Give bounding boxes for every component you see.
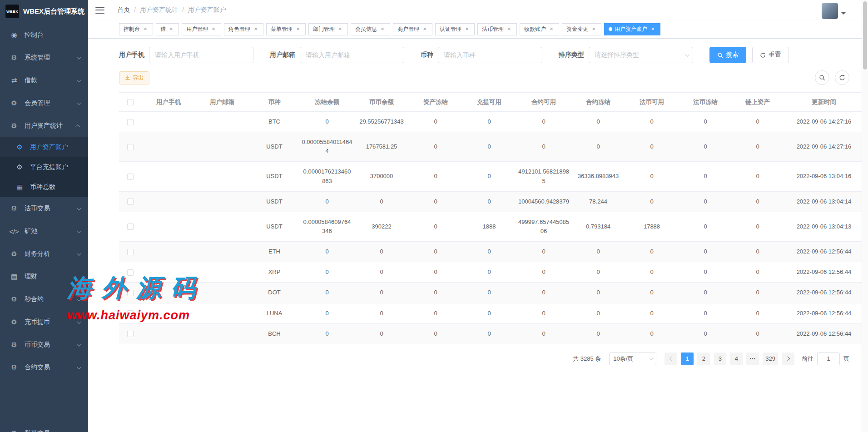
sidebar-item-coin-trade[interactable]: ⚙币币交易 bbox=[0, 333, 88, 356]
table-cell: 0 bbox=[571, 242, 625, 262]
table-cell: 0 bbox=[462, 162, 516, 191]
app-logo[interactable]: WBEX WBEX后台管理系统 bbox=[0, 0, 88, 23]
chevron-down-icon bbox=[685, 52, 689, 57]
tag-member-info[interactable]: 会员信息× bbox=[351, 23, 390, 35]
table-cell bbox=[142, 323, 195, 344]
table-cell: 0 bbox=[516, 112, 571, 132]
sidebar-item-deposit-withdraw[interactable]: ⚙充币提币 bbox=[0, 311, 88, 333]
row-checkbox[interactable] bbox=[127, 331, 134, 337]
page-size-select[interactable]: 10条/页 bbox=[609, 353, 656, 365]
page-button-1[interactable]: 1 bbox=[681, 353, 694, 365]
table-cell: 0.0000176213460863 bbox=[300, 162, 354, 191]
close-icon[interactable]: × bbox=[590, 26, 597, 32]
close-icon[interactable]: × bbox=[548, 26, 555, 32]
row-checkbox[interactable] bbox=[127, 174, 134, 180]
goto-page-input[interactable] bbox=[817, 353, 840, 365]
table-cell: 0 bbox=[679, 303, 732, 323]
phone-input[interactable] bbox=[149, 47, 253, 63]
page-button-4[interactable]: 4 bbox=[730, 353, 743, 365]
sort-select[interactable]: 请选择排序类型 bbox=[589, 47, 693, 63]
close-icon[interactable]: × bbox=[168, 26, 174, 32]
sidebar-item-wealth[interactable]: ▤理财 bbox=[0, 265, 88, 288]
sidebar-item-user-asset-stats[interactable]: ⚙用户资产统计 bbox=[0, 114, 88, 137]
prev-page-button[interactable] bbox=[665, 353, 677, 365]
tag-payee-account[interactable]: 收款账户× bbox=[520, 23, 559, 35]
sidebar-item-second-contract[interactable]: ⚙秒合约 bbox=[0, 288, 88, 311]
search-toggle-button[interactable] bbox=[815, 70, 829, 85]
select-all-cell bbox=[119, 93, 142, 112]
tag-auth-mgmt[interactable]: 认证管理× bbox=[435, 23, 475, 35]
table-cell: 0 bbox=[571, 323, 625, 344]
sidebar-item-mining-pool[interactable]: </>矿池 bbox=[0, 220, 88, 243]
page-scrollbar[interactable] bbox=[862, 0, 868, 432]
close-icon[interactable]: × bbox=[506, 26, 512, 32]
sidebar-item-user-asset-account[interactable]: ⚙用户资产账户 bbox=[0, 137, 88, 157]
sidebar-item-finance-analysis[interactable]: ⚙财务分析 bbox=[0, 243, 88, 265]
close-icon[interactable]: × bbox=[210, 26, 217, 32]
table-cell bbox=[195, 323, 249, 344]
table-cell bbox=[195, 283, 249, 303]
sidebar-item-coin-total[interactable]: ▦币种总数 bbox=[0, 177, 88, 197]
reset-button[interactable]: 重置 bbox=[752, 47, 789, 63]
chevron-down-icon bbox=[77, 228, 81, 233]
row-checkbox[interactable] bbox=[127, 269, 134, 276]
close-icon[interactable]: × bbox=[253, 26, 259, 32]
more-pages-button[interactable]: ••• bbox=[746, 353, 759, 365]
breadcrumb-item[interactable]: 首页 bbox=[117, 6, 130, 14]
refresh-table-button[interactable] bbox=[835, 70, 849, 85]
row-checkbox[interactable] bbox=[127, 119, 134, 125]
tag-fiat-mgmt[interactable]: 法币管理× bbox=[477, 23, 517, 35]
close-icon[interactable]: × bbox=[650, 26, 656, 32]
hamburger-icon[interactable] bbox=[95, 7, 104, 14]
row-checkbox[interactable] bbox=[127, 310, 134, 317]
tag-fund-change[interactable]: 资金变更× bbox=[562, 23, 601, 35]
row-checkbox[interactable] bbox=[127, 249, 134, 255]
close-icon[interactable]: × bbox=[142, 26, 149, 32]
close-icon[interactable]: × bbox=[422, 26, 428, 32]
sidebar-item-dashboard[interactable]: ◉控制台 bbox=[0, 24, 88, 46]
sidebar-item-loan[interactable]: ⇄借款 bbox=[0, 69, 88, 92]
export-button[interactable]: 导出 bbox=[119, 71, 149, 84]
tag-user-mgmt[interactable]: 用户管理× bbox=[182, 23, 221, 35]
tag-dept-mgmt[interactable]: 部门管理× bbox=[308, 23, 348, 35]
sidebar-item-fiat-trade[interactable]: ⚙法币交易 bbox=[0, 197, 88, 220]
table-cell: 0 bbox=[462, 112, 516, 132]
tag-role-mgmt[interactable]: 角色管理× bbox=[224, 23, 263, 35]
wallet-icon: ⚙ bbox=[9, 318, 19, 326]
sidebar-item-platform-recharge-account[interactable]: ⚙平台充提账户 bbox=[0, 157, 88, 177]
scrollbar-thumb[interactable] bbox=[863, 1, 867, 70]
row-checkbox[interactable] bbox=[127, 223, 134, 230]
page-button-329[interactable]: 329 bbox=[763, 353, 778, 365]
sidebar-item-member-mgmt[interactable]: ⚙会员管理 bbox=[0, 92, 88, 114]
row-checkbox[interactable] bbox=[127, 290, 134, 296]
tag-user-asset-account[interactable]: 用户资产账户× bbox=[604, 23, 660, 35]
tag-menu-mgmt[interactable]: 菜单管理× bbox=[266, 23, 306, 35]
sidebar-item-contract-trade[interactable]: ⚙合约交易 bbox=[0, 356, 88, 379]
search-button[interactable]: 搜索 bbox=[709, 47, 746, 63]
close-icon[interactable]: × bbox=[295, 26, 301, 32]
tag-merchant-mgmt[interactable]: 商户管理× bbox=[393, 23, 432, 35]
table-cell: 0 bbox=[409, 162, 462, 191]
table-cell bbox=[195, 212, 249, 241]
table-cell: 0 bbox=[625, 323, 679, 344]
email-input[interactable] bbox=[300, 47, 404, 63]
sidebar-item-private-trade[interactable]: ⚙私募交易 bbox=[0, 422, 88, 432]
close-icon[interactable]: × bbox=[337, 26, 343, 32]
page-button-3[interactable]: 3 bbox=[714, 353, 726, 365]
next-page-button[interactable] bbox=[782, 353, 794, 365]
sidebar-item-system-mgmt[interactable]: ⚙系统管理 bbox=[0, 46, 88, 69]
page-button-2[interactable]: 2 bbox=[697, 353, 710, 365]
select-all-checkbox[interactable] bbox=[127, 99, 134, 105]
close-icon[interactable]: × bbox=[379, 26, 386, 32]
search-icon bbox=[717, 52, 723, 58]
coin-input[interactable] bbox=[438, 47, 542, 63]
user-menu[interactable] bbox=[822, 1, 846, 19]
close-icon[interactable]: × bbox=[464, 26, 470, 32]
avatar[interactable] bbox=[822, 3, 838, 19]
row-checkbox[interactable] bbox=[127, 199, 134, 205]
row-checkbox[interactable] bbox=[127, 144, 134, 150]
tag-loan[interactable]: 借× bbox=[156, 23, 179, 35]
goto-label: 前往 bbox=[802, 355, 813, 363]
chevron-down-icon bbox=[77, 319, 81, 324]
tag-dashboard[interactable]: 控制台× bbox=[119, 23, 153, 35]
